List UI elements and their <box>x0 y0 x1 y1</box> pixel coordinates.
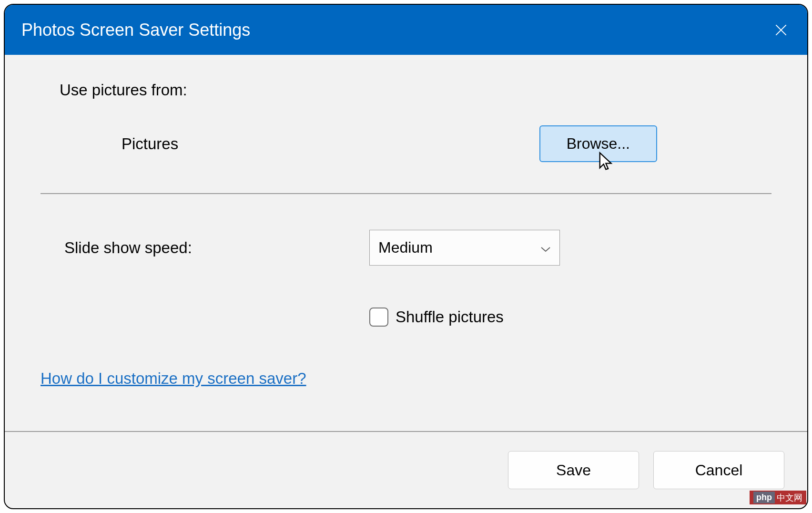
footer: Save Cancel <box>5 431 807 508</box>
pictures-row: Pictures Browse... <box>122 125 657 162</box>
divider <box>41 193 771 194</box>
dialog-window: Photos Screen Saver Settings Use picture… <box>4 4 808 509</box>
cursor-icon <box>598 151 616 176</box>
titlebar: Photos Screen Saver Settings <box>5 5 807 55</box>
shuffle-checkbox[interactable] <box>369 308 388 327</box>
cancel-button[interactable]: Cancel <box>653 451 784 489</box>
browse-button[interactable]: Browse... <box>539 125 657 162</box>
speed-value: Medium <box>378 239 433 256</box>
save-button[interactable]: Save <box>508 451 639 489</box>
close-icon <box>773 22 789 38</box>
speed-row: Slide show speed: Medium <box>64 230 771 266</box>
browse-button-label: Browse... <box>567 135 630 152</box>
window-title: Photos Screen Saver Settings <box>21 20 250 40</box>
watermark: php 中文网 <box>750 491 806 504</box>
shuffle-row: Shuffle pictures <box>369 308 771 327</box>
content-area: Use pictures from: Pictures Browse... Sl… <box>5 55 807 431</box>
use-pictures-label: Use pictures from: <box>60 81 771 99</box>
pictures-folder-label: Pictures <box>122 135 178 153</box>
chevron-down-icon <box>540 239 551 256</box>
watermark-suffix: 中文网 <box>777 492 802 503</box>
watermark-prefix: php <box>753 492 775 503</box>
close-button[interactable] <box>771 21 791 40</box>
speed-label: Slide show speed: <box>64 239 369 257</box>
shuffle-label: Shuffle pictures <box>396 308 504 326</box>
speed-select[interactable]: Medium <box>369 230 560 266</box>
help-link[interactable]: How do I customize my screen saver? <box>41 369 771 388</box>
